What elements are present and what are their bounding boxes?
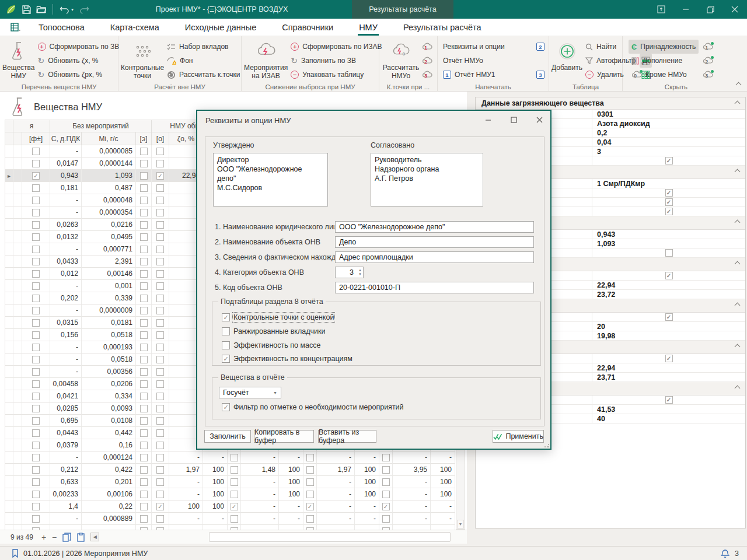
report-2-button[interactable]: 2 [535, 40, 546, 54]
cell-checkbox[interactable] [32, 258, 40, 265]
dobavit-button[interactable]: Добавить [551, 38, 582, 82]
data-cell[interactable]: 0,0000085 [82, 145, 136, 158]
data-cell[interactable]: 0,001 [82, 280, 136, 292]
cell-checkbox[interactable] [156, 307, 164, 314]
checkbox-cell[interactable] [228, 501, 241, 513]
table-row[interactable]: -0,000124-------- [5, 452, 455, 464]
cell-checkbox[interactable] [156, 393, 164, 400]
data-cell[interactable] [13, 464, 22, 476]
cell-checkbox[interactable] [156, 429, 164, 437]
table-row[interactable]: -0,000889-------- [5, 513, 455, 525]
property-value-cell[interactable] [592, 271, 745, 280]
checkbox-cell[interactable] [379, 476, 393, 488]
data-cell[interactable]: 0,16 [82, 439, 136, 452]
data-cell[interactable]: - [317, 452, 355, 464]
checkbox-cell[interactable] [22, 158, 50, 170]
checkbox-cell[interactable] [22, 476, 50, 488]
property-value-cell[interactable] [592, 249, 745, 257]
data-cell[interactable]: 0,0379 [50, 439, 82, 452]
cell-checkbox[interactable] [306, 503, 314, 510]
hide-nmu3-button[interactable]: 3 [701, 68, 715, 82]
checkbox-cell[interactable] [136, 464, 152, 476]
row-selector-cell[interactable] [5, 354, 13, 366]
cell-checkbox[interactable] [382, 503, 390, 510]
checkbox-cell[interactable] [152, 525, 169, 530]
data-cell[interactable]: - [431, 513, 455, 525]
checkbox-cell[interactable] [379, 488, 393, 501]
data-cell[interactable]: 100 [203, 476, 228, 488]
data-cell[interactable]: - [50, 513, 82, 525]
row-selector-cell[interactable] [5, 427, 13, 439]
checkbox-cell[interactable] [136, 341, 152, 354]
checkbox-cell[interactable] [152, 476, 169, 488]
obnovit-zx-button[interactable]: ↻ Обновить ζх, % [35, 54, 123, 68]
data-cell[interactable]: - [50, 341, 82, 354]
data-cell[interactable]: 0,00233 [50, 488, 82, 501]
data-cell[interactable] [13, 304, 22, 317]
data-cell[interactable] [13, 488, 22, 501]
checkbox-cell[interactable] [228, 525, 241, 530]
cell-checkbox[interactable] [140, 393, 148, 400]
data-cell[interactable]: - [169, 488, 203, 501]
data-cell[interactable] [13, 525, 22, 530]
checkbox-cell[interactable] [152, 231, 169, 243]
field-5-input[interactable]: 20-0221-001010-П [335, 282, 534, 293]
cell-checkbox[interactable] [306, 478, 314, 486]
checkbox-cell[interactable] [22, 341, 50, 354]
row-selector-cell[interactable] [5, 280, 13, 292]
data-cell[interactable]: 100 [279, 488, 303, 501]
data-cell[interactable]: 0,00106 [82, 488, 136, 501]
data-cell[interactable]: 0,442 [82, 427, 136, 439]
data-cell[interactable] [279, 525, 303, 530]
checkbox-cell[interactable] [136, 329, 152, 341]
checkbox-cell[interactable] [152, 415, 169, 427]
checkbox-cell[interactable] [152, 243, 169, 256]
data-cell[interactable]: 0,0433 [50, 256, 82, 268]
paste-table-icon[interactable] [77, 533, 85, 542]
property-checkbox[interactable] [665, 208, 673, 215]
dialog-resize-grip[interactable] [544, 443, 549, 447]
redo-icon[interactable] [76, 2, 92, 17]
data-cell[interactable]: - [355, 513, 379, 525]
checkbox-cell[interactable] [152, 170, 169, 182]
cell-checkbox[interactable] [32, 319, 40, 327]
checkbox-cell[interactable] [379, 513, 393, 525]
ribbon-collapse-button[interactable] [736, 83, 742, 89]
data-cell[interactable] [13, 378, 22, 390]
checkbox-cell[interactable] [22, 427, 50, 439]
data-cell[interactable] [13, 341, 22, 354]
cell-checkbox[interactable] [32, 160, 40, 167]
otchet-nmu1-button[interactable]: 1 Отчёт НМУ1 [440, 68, 535, 82]
krome-nmuo-toggle[interactable]: 0 Кроме НМУо [629, 68, 699, 82]
data-cell[interactable]: 1,093 [82, 170, 136, 182]
scroll-left-button[interactable]: ◀ [90, 533, 99, 541]
dock-window-icon[interactable] [649, 0, 673, 19]
data-cell[interactable] [13, 256, 22, 268]
table-row[interactable]: 0,6330,201-100-100-100-100 [5, 476, 455, 488]
property-value-cell[interactable]: 1,093 [592, 239, 745, 248]
field-2-input[interactable]: Депо [335, 236, 534, 248]
cell-checkbox[interactable] [32, 307, 40, 314]
data-cell[interactable] [13, 402, 22, 415]
cell-checkbox[interactable] [32, 393, 40, 400]
data-cell[interactable] [355, 525, 379, 530]
ktochki-nmu1-button[interactable]: 1 [420, 40, 434, 54]
data-cell[interactable]: - [241, 476, 279, 488]
cell-checkbox[interactable] [231, 503, 238, 510]
data-cell[interactable] [317, 525, 355, 530]
check-filter-meropriyatiya[interactable]: Фильтр по отметке о необходимости меропр… [222, 403, 404, 411]
row-selector-cell[interactable] [5, 292, 13, 304]
data-cell[interactable] [13, 427, 22, 439]
cell-checkbox[interactable] [140, 295, 148, 302]
cell-checkbox[interactable] [32, 466, 40, 474]
undo-icon[interactable]: ▾ [57, 2, 76, 17]
data-cell[interactable]: - [317, 501, 355, 513]
data-cell[interactable]: 0,000124 [82, 452, 136, 464]
data-cell[interactable]: - [241, 501, 279, 513]
property-value-cell[interactable] [592, 198, 745, 206]
checkbox-cell[interactable] [22, 304, 50, 317]
checkbox-cell[interactable] [136, 280, 152, 292]
cell-checkbox[interactable] [32, 331, 40, 339]
table-row[interactable] [5, 525, 455, 530]
data-cell[interactable]: 0,0285 [50, 402, 82, 415]
